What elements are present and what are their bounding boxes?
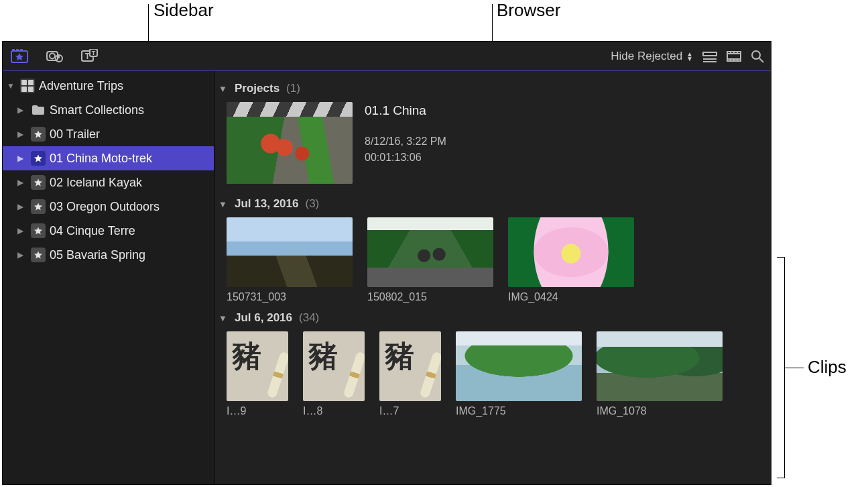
section-header-date[interactable]: ▼Jul 6, 2016(34) [214, 310, 771, 331]
clip[interactable]: I…9 [227, 331, 288, 417]
project-thumbnail[interactable] [227, 102, 353, 184]
clip[interactable]: IMG_0424 [508, 217, 634, 303]
filter-dropdown[interactable]: Hide Rejected ▲▼ [611, 50, 693, 63]
disclosure-triangle-icon[interactable]: ▶ [17, 178, 27, 187]
section-header-projects[interactable]: ▼ Projects (1) [214, 80, 771, 102]
disclosure-triangle-icon[interactable]: ▼ [219, 313, 228, 323]
clip-thumbnail[interactable] [227, 331, 288, 401]
svg-marker-34 [34, 227, 42, 234]
disclosure-triangle-icon[interactable]: ▼ [219, 84, 228, 94]
clip-label: 150731_003 [227, 291, 353, 303]
clip-thumbnail[interactable] [303, 331, 365, 401]
sidebar-item-label: Smart Collections [50, 103, 144, 117]
clip[interactable]: IMG_1775 [456, 331, 582, 417]
clip[interactable]: IMG_1078 [597, 331, 723, 417]
svg-line-25 [759, 58, 763, 62]
clapper-strip-icon [227, 102, 353, 117]
sidebar-item-label: 03 Oregon Outdoors [50, 200, 160, 214]
sidebar-item-label: 05 Bavaria Spring [50, 248, 145, 262]
svg-text:T: T [92, 50, 96, 56]
clip[interactable]: I…7 [379, 331, 441, 417]
sidebar-item[interactable]: ▶04 Cinque Terre [3, 219, 214, 243]
clip-thumbnail[interactable] [456, 331, 582, 401]
svg-rect-27 [28, 80, 34, 85]
clip-label: 150802_015 [367, 291, 493, 303]
project-row[interactable]: 01.1 China 8/12/16, 3:22 PM 00:01:13:06 [214, 102, 771, 184]
clip-thumbnail[interactable] [508, 217, 634, 287]
clip-label: IMG_1078 [597, 405, 723, 417]
sidebar-item-label: 00 Trailer [50, 127, 100, 142]
svg-marker-31 [34, 154, 42, 162]
sidebar-item[interactable]: ▶00 Trailer [3, 122, 214, 146]
disclosure-triangle-icon[interactable]: ▼ [7, 81, 16, 91]
clip[interactable]: I…8 [303, 331, 365, 417]
svg-marker-30 [34, 130, 42, 138]
clip[interactable]: 150731_003 [227, 217, 353, 303]
clip-thumbnail[interactable] [379, 331, 441, 401]
clip-thumbnail[interactable] [227, 217, 353, 287]
disclosure-triangle-icon[interactable]: ▶ [17, 226, 27, 235]
sidebar-item[interactable]: ▶01 China Moto-trek [3, 146, 214, 170]
toolbar-left: TT [9, 49, 98, 64]
sidebar-item[interactable]: ▶05 Bavaria Spring [3, 243, 214, 267]
callout-clips-label: Clips [808, 357, 847, 378]
sidebar-library-row[interactable]: ▼ Adventure Trips [3, 74, 214, 98]
svg-point-24 [752, 51, 760, 59]
section-header-date[interactable]: ▼Jul 13, 2016(3) [214, 196, 771, 217]
event-star-icon [31, 223, 46, 238]
svg-rect-2 [12, 49, 15, 52]
sidebar-item[interactable]: ▶02 Iceland Kayak [3, 170, 214, 195]
event-star-icon [31, 248, 46, 262]
search-icon[interactable] [751, 50, 764, 63]
project-duration: 00:01:13:06 [365, 152, 446, 164]
stepper-icon: ▲▼ [686, 52, 693, 61]
sidebar-item[interactable]: ▶Smart Collections [3, 98, 214, 122]
event-star-icon [31, 175, 46, 190]
section-title: Projects [235, 82, 280, 95]
library-icon [20, 78, 35, 93]
section-count: (3) [305, 197, 319, 211]
media-library-icon[interactable] [11, 49, 28, 64]
sidebar-item-label: 02 Iceland Kayak [50, 176, 142, 190]
event-star-icon [31, 151, 46, 166]
thumbnail-art [227, 117, 353, 184]
disclosure-triangle-icon[interactable]: ▶ [17, 105, 27, 115]
project-title: 01.1 China [365, 103, 446, 118]
titles-generators-icon[interactable]: TT [80, 49, 98, 64]
section-count: (34) [299, 311, 319, 325]
disclosure-triangle-icon[interactable]: ▶ [17, 250, 27, 260]
clip-thumbnail[interactable] [597, 331, 723, 401]
project-metadata: 01.1 China 8/12/16, 3:22 PM 00:01:13:06 [365, 102, 446, 184]
svg-marker-32 [34, 178, 42, 186]
disclosure-triangle-icon[interactable]: ▼ [219, 199, 228, 209]
list-view-icon[interactable] [702, 50, 717, 62]
sidebar-item[interactable]: ▶03 Oregon Outdoors [3, 195, 214, 219]
svg-marker-35 [34, 251, 42, 258]
disclosure-triangle-icon[interactable]: ▶ [17, 129, 27, 139]
sidebar-library-label: Adventure Trips [39, 79, 123, 93]
svg-rect-12 [703, 52, 717, 56]
section-count: (1) [286, 82, 300, 95]
svg-marker-1 [15, 53, 23, 60]
svg-rect-29 [28, 87, 34, 92]
svg-rect-4 [20, 49, 23, 52]
svg-rect-3 [16, 49, 19, 52]
callout-sidebar-label: Sidebar [153, 0, 214, 21]
disclosure-triangle-icon[interactable]: ▶ [17, 202, 27, 211]
clip-label: I…7 [379, 405, 441, 417]
toolbar: TT Hide Rejected ▲▼ [3, 42, 771, 71]
event-star-icon [31, 199, 46, 214]
main-split: ▼ Adventure Trips ▶Smart Collections▶00 … [3, 71, 771, 484]
photos-audio-icon[interactable] [46, 49, 63, 64]
clip-label: I…8 [303, 405, 365, 417]
filmstrip-view-icon[interactable] [727, 50, 741, 62]
clip[interactable]: 150802_015 [367, 217, 493, 303]
clip-label: I…9 [227, 405, 288, 417]
clip-label: IMG_0424 [508, 291, 634, 303]
section-title: Jul 13, 2016 [235, 197, 298, 211]
filter-label: Hide Rejected [611, 50, 682, 63]
clip-thumbnail[interactable] [367, 217, 493, 287]
disclosure-triangle-icon[interactable]: ▶ [17, 154, 27, 163]
app-window: TT Hide Rejected ▲▼ ▼ [2, 41, 771, 485]
callout-browser-label: Browser [497, 0, 560, 21]
